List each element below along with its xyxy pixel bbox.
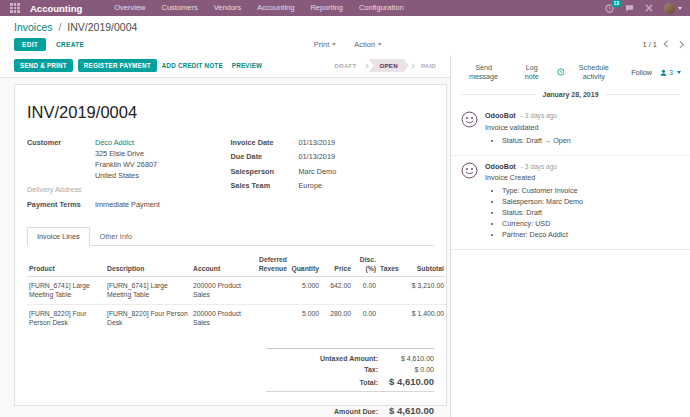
create-button[interactable]: CREATE	[56, 41, 84, 48]
cell-description: [FURN_6741] Large Meeting Table	[105, 276, 191, 304]
payment-terms-link[interactable]: Immediate Payment	[95, 200, 160, 211]
app-brand[interactable]: Accounting	[30, 3, 82, 14]
user-menu[interactable]	[664, 3, 682, 14]
tax-label: Tax:	[364, 366, 378, 373]
status-paid[interactable]: PAID	[415, 60, 442, 71]
untaxed-amount-value: $ 4,610.00	[378, 355, 434, 362]
follow-button[interactable]: Follow	[631, 68, 652, 77]
log-note-button[interactable]: Log note	[518, 63, 545, 81]
pager-value[interactable]: 1 / 1	[642, 40, 657, 49]
field-invoice-date: Invoice Date 01/13/2019	[231, 138, 435, 149]
invoice-lines-table: Product Description Account Deferred Rev…	[27, 254, 446, 332]
main-menu: Overview Customers Vendors Accounting Re…	[106, 0, 411, 16]
status-draft[interactable]: DRAFT	[329, 60, 363, 71]
amount-due-value: $ 4,610.00	[378, 405, 434, 416]
menu-accounting[interactable]: Accounting	[249, 0, 302, 16]
message-timestamp: - 3 days ago	[521, 163, 557, 170]
cell-product: [FURN_6741] Large Meeting Table	[27, 276, 105, 304]
table-header-row: Product Description Account Deferred Rev…	[27, 254, 446, 276]
menu-customers[interactable]: Customers	[154, 0, 206, 16]
breadcrumb-invoices[interactable]: Invoices	[14, 21, 53, 33]
register-payment-button[interactable]: REGISTER PAYMENT	[78, 59, 157, 72]
send-message-button[interactable]: Send message	[460, 63, 507, 81]
action-label: Action	[354, 40, 375, 49]
pager-previous-icon[interactable]	[664, 41, 670, 47]
message-author[interactable]: OdooBot	[485, 111, 516, 120]
message-body: Invoice Created	[485, 173, 583, 182]
field-payment-terms: Payment Terms Immediate Payment	[27, 200, 231, 211]
edit-button[interactable]: EDIT	[14, 38, 46, 51]
message-detail-item: Type: Customer Invoice	[502, 186, 583, 195]
due-date-label: Due Date	[231, 152, 299, 163]
send-print-button[interactable]: SEND & PRINT	[14, 59, 73, 72]
schedule-activity-button[interactable]: Schedule activity	[557, 63, 621, 81]
untaxed-amount-row: Untaxed Amount: $ 4,610.00	[266, 355, 434, 362]
top-navbar: Accounting Overview Customers Vendors Ac…	[0, 0, 690, 16]
followers-button[interactable]: 3	[660, 68, 681, 77]
caret-down-icon	[677, 71, 681, 74]
activities-clock-icon[interactable]: 13	[605, 4, 614, 13]
col-price: Price	[321, 254, 353, 276]
odoobot-avatar	[461, 162, 478, 179]
col-product: Product	[27, 254, 105, 276]
clock-icon	[557, 68, 565, 76]
customer-link[interactable]: Deco Addict	[95, 138, 134, 147]
chatter-toolbar: Send message Log note Schedule activity …	[451, 55, 690, 88]
tax-row: Tax: $ 0.00	[266, 366, 434, 373]
salesperson-label: Salesperson	[231, 167, 299, 178]
systray: 13	[605, 3, 682, 14]
cell-subtotal: $ 3,210.00	[402, 276, 446, 304]
tab-invoice-lines[interactable]: Invoice Lines	[27, 227, 90, 246]
cell-taxes	[378, 305, 402, 333]
total-value: $ 4,610.00	[378, 376, 434, 387]
tab-other-info[interactable]: Other Info	[90, 227, 142, 246]
invoice-line-row: [FURN_8220] Four Person Desk [FURN_8220]…	[27, 305, 446, 333]
message-details: Type: Customer Invoice Salesperson: Marc…	[502, 186, 583, 239]
amount-due-row: Amount Due: $ 4,610.00	[266, 405, 434, 416]
action-dropdown[interactable]: Action	[354, 40, 382, 49]
col-quantity: Quantity	[289, 254, 321, 276]
status-pipeline: DRAFT OPEN PAID	[329, 59, 442, 72]
cell-quantity: 5.000	[289, 276, 321, 304]
followers-count: 3	[669, 68, 673, 77]
menu-overview[interactable]: Overview	[106, 0, 153, 16]
menu-configuration[interactable]: Configuration	[351, 0, 412, 16]
print-label: Print	[314, 40, 329, 49]
status-open[interactable]: OPEN	[369, 59, 409, 72]
salesperson-link[interactable]: Marc Demo	[299, 167, 337, 178]
cell-deferred	[247, 305, 289, 333]
message-author[interactable]: OdooBot	[485, 162, 516, 171]
pager: 1 / 1	[642, 40, 682, 49]
preview-button[interactable]: PREVIEW	[232, 62, 262, 69]
chat-bubble-icon[interactable]	[625, 4, 634, 13]
amount-due-label: Amount Due:	[334, 408, 378, 415]
add-credit-note-button[interactable]: ADD CREDIT NOTE	[162, 62, 223, 69]
chevron-right-icon	[363, 63, 369, 69]
print-dropdown[interactable]: Print	[314, 40, 336, 49]
invoice-date-value: 01/13/2019	[299, 138, 336, 149]
message-detail-item: Status: Draft → Open	[502, 136, 571, 145]
x-icon[interactable]	[645, 4, 653, 12]
statusbar: SEND & PRINT REGISTER PAYMENT ADD CREDIT…	[0, 55, 450, 78]
cell-description: [FURN_8220] Four Person Desk	[105, 305, 191, 333]
customer-address-line: United States	[95, 171, 157, 182]
action-dropdowns: Print Action	[314, 40, 382, 49]
sales-team-link[interactable]: Europe	[299, 181, 323, 192]
notebook: Invoice Lines Other Info Product Descrip…	[27, 227, 434, 332]
caret-down-icon	[378, 43, 382, 46]
apps-grid-icon[interactable]	[10, 3, 20, 13]
cell-deferred	[247, 276, 289, 304]
untaxed-amount-label: Untaxed Amount:	[320, 355, 378, 362]
pager-next-icon[interactable]	[677, 41, 683, 47]
message-timestamp: - 3 days ago	[521, 112, 557, 119]
cell-disc: 0.00	[353, 305, 378, 333]
person-icon	[660, 69, 667, 76]
odoobot-avatar	[461, 111, 478, 128]
cell-account: 200000 Product Sales	[191, 305, 247, 333]
field-customer: Customer Deco Addict 325 Elsie Drive Fra…	[27, 138, 231, 182]
message-detail-item: Currency: USD	[502, 219, 583, 228]
menu-reporting[interactable]: Reporting	[302, 0, 351, 16]
delivery-address-label: Delivery Address	[27, 185, 95, 196]
menu-vendors[interactable]: Vendors	[206, 0, 250, 16]
date-divider-label: January 28, 2019	[542, 91, 598, 98]
